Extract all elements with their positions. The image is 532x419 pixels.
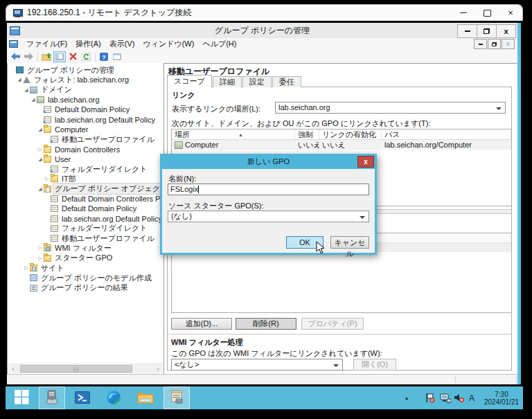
expand-icon[interactable]: ▷ [37,147,44,152]
menu-help[interactable]: ヘルプ(H) [198,39,240,49]
tree-item[interactable]: ▷Domain Controllers [8,144,163,154]
tree-item-label: グループ ポリシーのモデル作成 [39,273,153,283]
wmi-filter-combobox[interactable]: <なし> [171,359,343,371]
tree-item-label: Computer [53,125,89,134]
tree-item[interactable]: lab.seichan.org Default Policy [8,213,163,223]
tree-item[interactable]: ◢ドメイン [8,85,163,95]
tree-item[interactable]: 移動ユーザープロファイル [8,134,163,144]
close-button[interactable]: × [499,5,522,21]
expand-icon[interactable]: ▷ [37,245,44,251]
tree-item[interactable]: ◢Computer [8,125,163,134]
tree-item-label: Domain Controllers [53,145,121,154]
tree-item[interactable]: ▷IT部 [8,174,163,184]
tree-item[interactable]: ◢グループ ポリシー オブジェクト [8,184,163,194]
file-explorer-button[interactable] [132,386,159,409]
minimize-button[interactable] [452,5,475,21]
tree-item[interactable]: Default Domain Policy [8,204,163,213]
mmc-close-button[interactable]: x [497,24,516,38]
scroll-left-icon[interactable]: ‹ [8,364,18,373]
powershell-button[interactable] [69,386,96,409]
start-button[interactable] [7,386,36,409]
help-icon[interactable]: ? [98,51,110,62]
collapse-icon[interactable]: ◢ [30,97,37,102]
source-gpo-combobox[interactable]: (なし) [168,211,369,222]
column-path[interactable]: パス [382,130,511,139]
tree-item[interactable]: lab.seichan.org Default Policy [8,114,163,124]
network-status-icon[interactable] [438,386,452,409]
expand-icon[interactable]: ▷ [44,176,51,181]
taskbar-clock[interactable]: 7:30 2024/01/21 [482,386,521,409]
gpo-name-input[interactable]: FSLogix [168,184,369,195]
up-icon[interactable] [40,51,53,62]
gpo-name-label: 名前(N): [168,174,196,184]
collapse-icon[interactable]: ◢ [37,127,44,132]
tree-item[interactable]: ◢User [8,154,163,164]
child-close-button[interactable]: × [502,39,515,49]
rdp-title: 192.168.250.1 - リモート デスクトップ接続 [27,7,191,19]
tree-item[interactable]: グループ ポリシーのモデル作成 [8,273,163,283]
refresh-icon[interactable] [80,51,92,62]
console-tree-icon[interactable] [53,51,66,62]
menu-action[interactable]: 操作(A) [71,39,105,49]
child-minimize-button[interactable] [474,39,487,49]
tree-item[interactable]: Default Domain Controllers Policy [8,194,163,204]
column-enforced[interactable]: 強制 [295,130,319,139]
delete-icon[interactable] [66,51,79,62]
remove-button[interactable]: 削除(R) [236,318,296,330]
server-manager-button[interactable] [39,386,65,409]
tree-item[interactable]: フォルダーリダイレクト [8,224,163,233]
open-button: 開く(O) [353,359,396,371]
collapse-icon[interactable]: ◢ [16,77,23,82]
tree-item[interactable]: 移動ユーザープロファイル [8,233,163,243]
add-button[interactable]: 追加(D)... [171,318,232,330]
display-links-combobox[interactable]: lab.seichan.org [275,102,506,114]
rdp-titlebar[interactable]: 192.168.250.1 - リモート デスクトップ接続 × [6,4,523,21]
expand-icon[interactable]: ▷ [23,265,30,271]
scrollbar-thumb[interactable]: ||| [20,365,132,373]
tree-item[interactable]: ▷スターター GPO [8,253,163,263]
tree-item[interactable]: ◢lab.seichan.org [8,95,163,105]
menu-window[interactable]: ウィンドウ(W) [139,39,198,49]
tab-1[interactable]: 詳細 [213,76,242,87]
back-icon[interactable] [9,51,21,62]
cancel-button[interactable]: キャンセル [330,236,369,249]
tree-item[interactable]: Default Domain Policy [8,105,163,114]
collapse-icon[interactable]: ◢ [37,157,44,162]
mmc-restore-button[interactable] [477,24,497,38]
menu-view[interactable]: 表示(V) [105,39,139,49]
tab-2[interactable]: 設定 [242,76,272,87]
table-row[interactable]: Computer いいえ いいえ lab.seichan.org/Compute… [172,140,511,150]
ime-indicator[interactable]: A [466,386,478,409]
edge-button[interactable] [100,386,127,409]
dialog-close-button[interactable]: x [357,156,374,168]
menu-file[interactable]: ファイル(F) [22,39,71,49]
new-window-icon[interactable] [111,51,123,62]
tree-item[interactable]: ▷サイト [8,263,163,273]
tree-item[interactable]: グループ ポリシーの結果 [8,283,163,293]
mmc-minimize-button[interactable] [457,24,477,38]
scroll-right-icon[interactable]: › [153,364,163,373]
scrollbar-track[interactable]: ||| [18,364,153,373]
tree-item[interactable]: フォルダーリダイレクト [8,164,163,174]
action-center-flag-icon[interactable] [423,386,437,409]
collapse-icon[interactable]: ◢ [37,186,44,192]
hidden-icons-chevron[interactable]: ▲ [402,386,411,409]
tree-item[interactable]: ◢フォレスト: lab.seichan.org [8,75,163,84]
tab-3[interactable]: 委任 [272,76,301,87]
forward-icon[interactable] [22,51,35,62]
maximize-button[interactable] [475,5,499,21]
column-location[interactable]: 場所▲ [172,130,295,139]
wmi-divider [168,334,511,335]
mmc-titlebar[interactable]: グループ ポリシーの管理 x [7,23,517,39]
collapse-icon[interactable]: ◢ [23,87,30,93]
tree-horizontal-scrollbar[interactable]: ‹ ||| › [8,364,163,373]
tree-item[interactable]: ▷WMI フィルター [8,243,163,253]
tree-item[interactable]: グループ ポリシーの管理 [8,65,163,75]
volume-muted-icon[interactable] [452,386,466,409]
dialog-title[interactable]: 新しい GPO [162,155,375,169]
expand-icon[interactable]: ▷ [37,256,44,261]
tab-0[interactable]: スコープ [167,75,212,87]
gpmc-taskbar-button[interactable] [163,386,190,409]
child-restore-button[interactable] [488,39,501,49]
column-link-enabled[interactable]: リンクの有効化 [319,130,382,139]
